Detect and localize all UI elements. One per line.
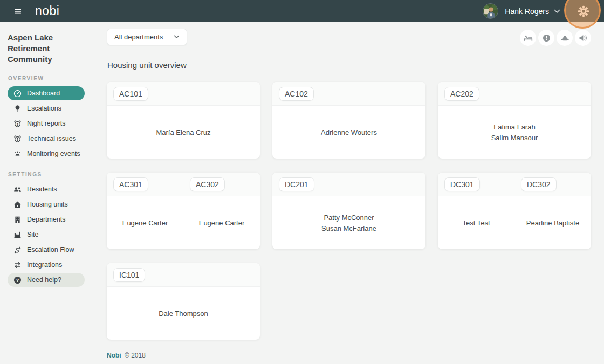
- sidebar-item-dashboard[interactable]: Dashboard: [8, 86, 85, 100]
- resident-name: María Elena Cruz: [156, 128, 210, 137]
- resident-name: Adrienne Wouters: [321, 128, 377, 137]
- footer-brand-link[interactable]: Nobi: [107, 352, 121, 359]
- site-icon: [13, 231, 22, 239]
- alarm-sleep-icon: z: [13, 120, 22, 128]
- card-body: Eugene CarterEugene Carter: [107, 196, 260, 249]
- main-content: All departments Housing unit overview AC…: [97, 22, 604, 364]
- card-header: AC301AC302: [107, 173, 260, 196]
- chevron-down-icon[interactable]: [554, 9, 560, 13]
- sidebar-item-label: Escalation Flow: [27, 246, 74, 253]
- site-name: Aspen Lake Retirement Community: [8, 32, 75, 65]
- room-badge: DC302: [521, 177, 557, 191]
- sidebar-item-label: Technical issues: [27, 135, 76, 142]
- room-header-column: AC102: [272, 87, 425, 101]
- housing-unit-card-ac101[interactable]: AC101María Elena Cruz: [107, 82, 260, 159]
- resident-name: Fatima Farah: [493, 122, 535, 132]
- sidebar-item-label: Dashboard: [27, 90, 60, 97]
- sidebar-item-label: Residents: [27, 186, 57, 193]
- housing-unit-card-dc301-dc302[interactable]: DC301DC302Test TestPearline Baptiste: [438, 173, 591, 249]
- sidebar-item-label: Departments: [27, 216, 66, 223]
- bed-exit-status-button[interactable]: [520, 30, 536, 46]
- housing-unit-card-ac102[interactable]: AC102Adrienne Wouters: [272, 82, 425, 159]
- card-header: AC202: [438, 82, 591, 106]
- sidebar-item-label: Housing units: [27, 201, 68, 208]
- card-body: Dale Thompson: [107, 287, 260, 340]
- toolbar: All departments: [107, 29, 591, 46]
- page-title: Housing unit overview: [107, 60, 591, 70]
- department-filter-value: All departments: [114, 33, 163, 41]
- sidebar-item-housing-units[interactable]: Housing units: [8, 197, 85, 211]
- room-residents-column: Pearline Baptiste: [514, 196, 591, 249]
- svg-text:?: ?: [16, 277, 19, 283]
- resident-name: Test Test: [462, 218, 490, 228]
- card-body: Test TestPearline Baptiste: [438, 196, 591, 249]
- settings-gear-icon[interactable]: [578, 5, 589, 17]
- room-badge: AC202: [444, 87, 479, 101]
- room-header-column: AC101: [107, 87, 260, 101]
- app-logo[interactable]: nobi: [35, 4, 59, 18]
- room-residents-column: Patty McConnerSusan McFarlane: [272, 196, 425, 249]
- card-body: Patty McConnerSusan McFarlane: [272, 196, 425, 249]
- sidebar-item-label: Site: [27, 231, 39, 238]
- avatar[interactable]: [483, 3, 498, 19]
- sidebar-item-residents[interactable]: Residents: [8, 182, 85, 196]
- housing-unit-card-dc201[interactable]: DC201Patty McConnerSusan McFarlane: [272, 173, 425, 249]
- sidebar-item-technical-issues[interactable]: Technical issues: [8, 132, 85, 146]
- sidebar-item-departments[interactable]: Departments: [8, 212, 85, 226]
- sidebar-item-escalations[interactable]: Escalations: [8, 101, 85, 115]
- room-residents-column: Dale Thompson: [107, 287, 260, 340]
- sidebar-item-site[interactable]: Site: [8, 228, 85, 242]
- footer: Nobi © 2018: [107, 352, 591, 359]
- section-label-settings: SETTINGS: [8, 171, 97, 177]
- alarm-alert-icon: [13, 135, 22, 143]
- room-header-column: AC301: [107, 177, 183, 191]
- topbar: nobi Hank Rogers: [0, 0, 604, 22]
- room-badge: IC101: [113, 268, 145, 282]
- room-residents-column: Eugene Carter: [107, 196, 183, 249]
- room-badge: AC101: [113, 87, 148, 101]
- room-badge: DC201: [279, 177, 314, 191]
- department-filter-dropdown[interactable]: All departments: [107, 29, 187, 45]
- room-residents-column: Fatima FarahSalim Mansour: [438, 106, 591, 159]
- question-icon: ?: [13, 276, 22, 284]
- sidebar-item-escalation-flow[interactable]: Escalation Flow: [8, 243, 85, 257]
- alert-status-button[interactable]: [538, 30, 554, 46]
- hat-status-button[interactable]: [557, 30, 573, 46]
- card-header: IC101: [107, 263, 260, 287]
- swap-icon: [13, 261, 22, 269]
- room-header-column: AC302: [183, 177, 260, 191]
- sidebar-item-label: Monitoring events: [27, 150, 80, 157]
- sidebar-item-night-reports[interactable]: zNight reports: [8, 116, 85, 131]
- card-header: DC301DC302: [438, 173, 591, 196]
- sidebar-item-integrations[interactable]: Integrations: [8, 258, 85, 272]
- status-icon-group: [520, 30, 591, 46]
- menu-icon[interactable]: [13, 7, 22, 16]
- section-label-overview: OVERVIEW: [8, 75, 97, 81]
- card-body: Fatima FarahSalim Mansour: [438, 106, 591, 159]
- room-residents-column: Eugene Carter: [183, 196, 260, 249]
- card-body: María Elena Cruz: [107, 106, 260, 159]
- resident-name: Susan McFarlane: [321, 224, 376, 233]
- sidebar-item-label: Need help?: [27, 276, 61, 284]
- resident-name: Dale Thompson: [159, 309, 208, 318]
- flow-icon: [13, 246, 22, 254]
- room-header-column: AC202: [438, 87, 591, 101]
- sidebar-item-label: Escalations: [27, 105, 61, 112]
- sidebar-item-monitoring-events[interactable]: Monitoring events: [8, 147, 85, 161]
- room-badge: AC301: [113, 177, 148, 191]
- room-header-column: DC302: [514, 177, 591, 191]
- resident-name: Patty McConner: [324, 213, 374, 222]
- resident-name: Salim Mansour: [491, 133, 538, 142]
- room-header-column: IC101: [107, 268, 260, 282]
- housing-unit-card-ic101[interactable]: IC101Dale Thompson: [107, 263, 260, 340]
- room-badge: AC302: [190, 177, 225, 191]
- user-menu[interactable]: Hank Rogers: [505, 7, 549, 16]
- housing-unit-grid: AC101María Elena CruzAC102Adrienne Woute…: [107, 82, 591, 340]
- housing-unit-card-ac202[interactable]: AC202Fatima FarahSalim Mansour: [438, 82, 591, 159]
- room-residents-column: Test Test: [438, 196, 514, 249]
- lightbulb-icon: [13, 105, 22, 113]
- housing-unit-card-ac301-ac302[interactable]: AC301AC302Eugene CarterEugene Carter: [107, 173, 260, 249]
- volume-icon: [579, 34, 588, 42]
- sidebar-item-need-help[interactable]: ?Need help?: [8, 273, 85, 287]
- volume-status-button[interactable]: [575, 30, 591, 46]
